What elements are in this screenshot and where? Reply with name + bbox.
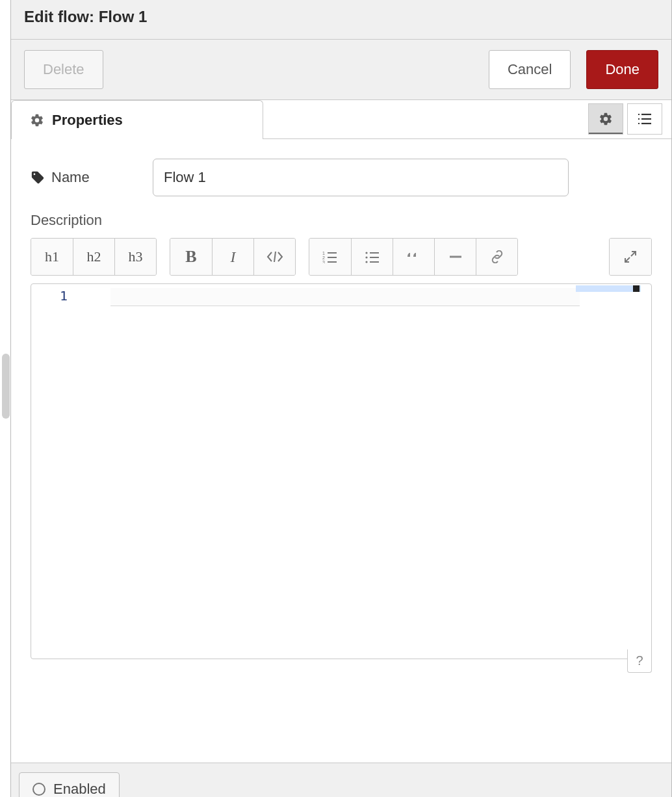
dialog-title: Edit flow: Flow 1 <box>24 8 658 26</box>
tab-label: Properties <box>52 112 123 129</box>
tabs-row: Properties <box>11 100 671 139</box>
editor-toolbar: h1 h2 h3 B I <box>31 238 652 276</box>
name-label-text: Name <box>51 169 90 186</box>
action-bar: Delete Cancel Done <box>11 40 671 100</box>
block-group: 1 2 3 <box>309 238 518 276</box>
cancel-button[interactable]: Cancel <box>489 50 571 89</box>
done-button[interactable]: Done <box>586 50 658 89</box>
expand-button[interactable] <box>610 239 651 275</box>
svg-text:1: 1 <box>322 251 325 255</box>
h1-button[interactable]: h1 <box>31 239 73 275</box>
editor-selection-highlight <box>576 285 641 292</box>
description-label: Description <box>31 212 652 229</box>
svg-line-21 <box>625 257 630 262</box>
code-button[interactable] <box>253 239 295 275</box>
svg-line-6 <box>274 252 276 262</box>
quote-icon <box>406 250 422 263</box>
format-group: B I <box>170 238 296 276</box>
link-button[interactable] <box>476 239 517 275</box>
h2-button[interactable]: h2 <box>73 239 114 275</box>
editor-caret <box>633 285 640 292</box>
tab-properties[interactable]: Properties <box>11 100 263 139</box>
code-icon <box>266 250 284 263</box>
svg-text:3: 3 <box>322 260 325 263</box>
circle-icon <box>32 783 45 796</box>
heading-group: h1 h2 h3 <box>31 238 157 276</box>
bold-button[interactable]: B <box>170 239 212 275</box>
svg-point-17 <box>365 261 367 263</box>
name-row: Name <box>31 159 652 196</box>
gear-icon <box>30 113 44 127</box>
unordered-list-button[interactable] <box>351 239 393 275</box>
expand-icon <box>623 250 638 264</box>
list-icon <box>637 112 653 125</box>
name-input[interactable] <box>153 159 569 196</box>
editor-active-line <box>110 288 580 306</box>
vertical-scrollbar[interactable] <box>1 0 11 797</box>
svg-line-20 <box>631 252 636 256</box>
link-icon <box>489 250 505 263</box>
properties-panel: Name Description h1 h2 h3 B I <box>11 139 671 763</box>
svg-point-15 <box>365 256 367 258</box>
svg-text:2: 2 <box>322 255 325 260</box>
italic-button[interactable]: I <box>212 239 253 275</box>
edit-flow-dialog: Edit flow: Flow 1 Delete Cancel Done Pro… <box>10 0 672 797</box>
settings-view-button[interactable] <box>588 103 623 135</box>
description-editor[interactable]: 1 ? <box>31 283 652 659</box>
ordered-list-button[interactable]: 1 2 3 <box>309 239 351 275</box>
dialog-footer: Enabled <box>11 763 671 797</box>
editor-help-button[interactable]: ? <box>627 649 652 673</box>
line-number: 1 <box>60 288 68 304</box>
svg-point-13 <box>365 252 367 254</box>
enabled-toggle[interactable]: Enabled <box>19 772 120 797</box>
list-view-button[interactable] <box>627 103 662 135</box>
ordered-list-icon: 1 2 3 <box>322 250 338 263</box>
unordered-list-icon <box>365 250 380 263</box>
delete-button[interactable]: Delete <box>24 50 103 89</box>
scrollbar-thumb[interactable] <box>2 354 10 419</box>
tag-icon <box>31 170 45 185</box>
h3-button[interactable]: h3 <box>114 239 156 275</box>
enabled-label: Enabled <box>53 781 106 797</box>
name-label: Name <box>31 169 141 186</box>
dialog-header: Edit flow: Flow 1 <box>11 0 671 40</box>
hr-button[interactable] <box>434 239 476 275</box>
expand-group <box>609 238 652 276</box>
quote-button[interactable] <box>393 239 434 275</box>
gear-icon <box>599 112 613 126</box>
horizontal-rule-icon <box>448 250 463 263</box>
editor-gutter: 1 <box>31 284 77 659</box>
